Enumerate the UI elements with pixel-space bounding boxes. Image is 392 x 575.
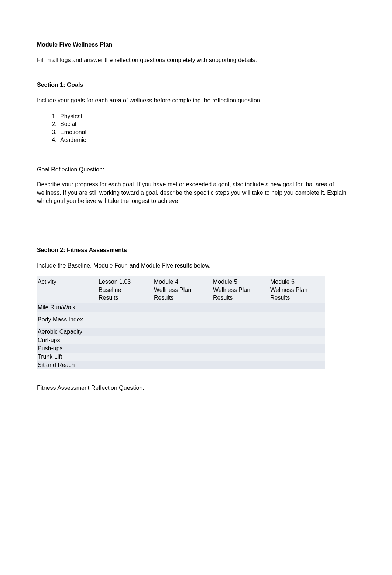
cell-m4[interactable] (153, 361, 212, 369)
cell-m6[interactable] (269, 336, 325, 344)
doc-title: Module Five Wellness Plan (37, 41, 355, 49)
cell-m4[interactable] (153, 303, 212, 312)
th-m5: Module 5 Wellness Plan Results (212, 276, 269, 303)
section1-instruction: Include your goals for each area of well… (37, 96, 355, 105)
intro-text: Fill in all logs and answer the reflecti… (37, 56, 355, 64)
cell-baseline[interactable] (98, 328, 153, 336)
section2-instruction: Include the Baseline, Module Four, and M… (37, 262, 355, 270)
th-m4: Module 4 Wellness Plan Results (153, 276, 212, 303)
cell-activity: Mile Run/Walk (37, 303, 98, 312)
cell-m6[interactable] (269, 328, 325, 336)
cell-m6[interactable] (269, 344, 325, 353)
goal-reflection-text: Describe your progress for each goal. If… (37, 180, 355, 205)
cell-activity: Body Mass Index (37, 312, 98, 328)
table-row: Sit and Reach (37, 361, 325, 369)
cell-m6[interactable] (269, 353, 325, 361)
cell-activity: Sit and Reach (37, 361, 98, 369)
cell-m6[interactable] (269, 303, 325, 312)
table-row: Aerobic Capacity (37, 328, 325, 336)
cell-activity: Curl-ups (37, 336, 98, 344)
cell-baseline[interactable] (98, 312, 153, 328)
goal-item: Emotional (58, 128, 355, 136)
cell-baseline[interactable] (98, 353, 153, 361)
cell-m4[interactable] (153, 328, 212, 336)
cell-activity: Trunk Lift (37, 353, 98, 361)
cell-m4[interactable] (153, 336, 212, 344)
table-row: Body Mass Index (37, 312, 325, 328)
th-m6: Module 6 Wellness Plan Results (269, 276, 325, 303)
goals-list: Physical Social Emotional Academic (37, 112, 355, 144)
table-row: Mile Run/Walk (37, 303, 325, 312)
th-baseline: Lesson 1.03 Baseline Results (98, 276, 153, 303)
table-row: Push-ups (37, 344, 325, 353)
th-activity: Activity (37, 276, 98, 303)
section1-heading: Section 1: Goals (37, 81, 355, 89)
section2-heading: Section 2: Fitness Assessments (37, 246, 355, 254)
cell-baseline[interactable] (98, 344, 153, 353)
cell-m5[interactable] (212, 328, 269, 336)
cell-m5[interactable] (212, 353, 269, 361)
cell-baseline[interactable] (98, 361, 153, 369)
cell-m5[interactable] (212, 344, 269, 353)
fitness-table: Activity Lesson 1.03 Baseline Results Mo… (37, 276, 325, 369)
goal-item: Social (58, 120, 355, 128)
cell-baseline[interactable] (98, 303, 153, 312)
cell-m4[interactable] (153, 312, 212, 328)
goal-item: Academic (58, 136, 355, 144)
cell-m5[interactable] (212, 312, 269, 328)
cell-m4[interactable] (153, 344, 212, 353)
fitness-reflection-label: Fitness Assessment Reflection Question: (37, 384, 355, 392)
table-row: Trunk Lift (37, 353, 325, 361)
cell-activity: Aerobic Capacity (37, 328, 98, 336)
cell-m6[interactable] (269, 312, 325, 328)
cell-baseline[interactable] (98, 336, 153, 344)
goal-reflection-label: Goal Reflection Question: (37, 166, 355, 174)
cell-m5[interactable] (212, 303, 269, 312)
cell-m5[interactable] (212, 336, 269, 344)
cell-m4[interactable] (153, 353, 212, 361)
table-row: Curl-ups (37, 336, 325, 344)
cell-activity: Push-ups (37, 344, 98, 353)
cell-m5[interactable] (212, 361, 269, 369)
cell-m6[interactable] (269, 361, 325, 369)
goal-item: Physical (58, 112, 355, 120)
